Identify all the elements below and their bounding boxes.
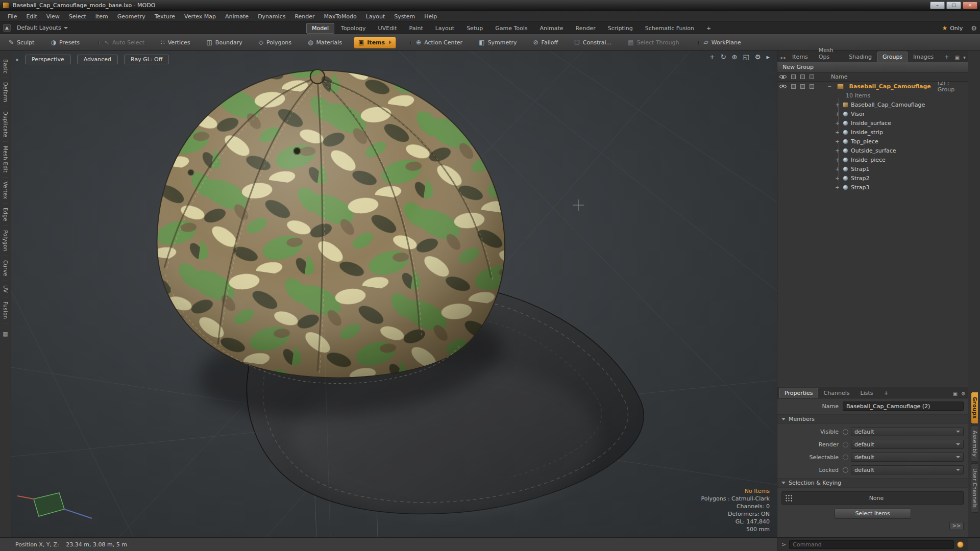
toolbar-button-falloff[interactable]: ⊘ Falloff [529, 37, 563, 48]
selection-set-field[interactable]: None [781, 491, 964, 505]
expander-icon[interactable]: + [835, 102, 840, 108]
panel-tab[interactable]: Shading [844, 52, 877, 62]
members-section-header[interactable]: Members [777, 414, 968, 424]
tree-item[interactable]: + Strap2 [777, 173, 968, 183]
expander-icon[interactable]: + [835, 185, 840, 190]
item-label[interactable]: Outside_surface [851, 147, 896, 154]
expander-icon[interactable]: + [835, 120, 840, 126]
toolbar-button-vertices[interactable]: ∷ Vertices [156, 37, 195, 48]
toolbar-button-items[interactable]: ▣ Items [354, 37, 396, 48]
select-items-button[interactable]: Select Items [835, 509, 911, 519]
expander-icon[interactable]: + [835, 176, 840, 181]
gear-icon[interactable]: ⚙ [971, 24, 977, 32]
left-tab[interactable]: Mesh Edit [3, 142, 8, 177]
channel-toggle-icon[interactable] [843, 455, 848, 460]
layout-tab[interactable]: Schematic Fusion [640, 23, 700, 34]
menu-item[interactable]: MaxToModo [320, 12, 361, 21]
name-input[interactable] [843, 402, 964, 411]
viewport-menu-icon[interactable]: ▸ [16, 57, 19, 62]
panel-tab[interactable]: Channels [819, 388, 855, 398]
toolbar-button-action-center[interactable]: ⊕ Action Center [411, 37, 467, 48]
form-tab[interactable]: Groups [971, 392, 978, 424]
minimize-button[interactable]: – [930, 2, 945, 9]
layout-tab[interactable]: Paint [404, 23, 429, 34]
tab-scroll-left-icon[interactable]: ◂ [779, 55, 783, 62]
viewport-icon-orbit[interactable]: ↻ [721, 54, 726, 60]
panel-gear-icon[interactable]: ⚙ [961, 391, 966, 396]
palette-icon[interactable]: ▦ [3, 331, 8, 337]
tree-item[interactable]: + Top_piece [777, 137, 968, 146]
toolbar-button-symmetry[interactable]: ◧ Symmetry [474, 37, 521, 48]
item-label[interactable]: Visor [851, 111, 865, 117]
toolbar-button-constraints[interactable]: ☐ Constrai... [570, 37, 616, 48]
viewport-button[interactable]: Ray GL: Off [124, 55, 169, 64]
property-dropdown[interactable]: default [851, 427, 964, 436]
only-filter-button[interactable]: ★ Only [939, 23, 966, 33]
expander-icon[interactable]: + [835, 130, 840, 135]
tree-item[interactable]: + Inside_piece [777, 155, 968, 164]
layout-tab[interactable]: Model [306, 23, 334, 34]
menu-item[interactable]: Layout [361, 12, 389, 21]
lock-toggle[interactable] [800, 84, 805, 89]
channel-toggle-icon[interactable] [843, 442, 848, 447]
panel-maximize-icon[interactable]: ▣ [955, 55, 960, 60]
viewport-canvas[interactable] [11, 51, 777, 537]
expander-icon[interactable]: + [835, 148, 840, 154]
selection-keying-section-header[interactable]: Selection & Keying [777, 478, 968, 488]
toolbar-button-boundary[interactable]: ◫ Boundary [202, 37, 247, 48]
item-label[interactable]: Inside_piece [851, 157, 886, 163]
form-tab[interactable]: User Channels [971, 463, 978, 513]
left-tab[interactable]: Deform [3, 78, 8, 107]
toolbar-button-sculpt[interactable]: ✎ Sculpt [4, 37, 39, 48]
tree-item[interactable]: + Outside_surface [777, 146, 968, 155]
panel-tab[interactable]: Images [908, 52, 939, 62]
viewport-icon-pan[interactable]: + [709, 54, 715, 60]
arrow-up-icon[interactable]: ▲ [3, 24, 11, 32]
channel-toggle-icon[interactable] [843, 467, 848, 473]
panel-tab[interactable]: Mesh Ops [814, 45, 843, 62]
left-tab[interactable]: Polygon [3, 226, 8, 256]
tree-item[interactable]: + Strap1 [777, 164, 968, 173]
render-toggle[interactable] [791, 84, 796, 89]
name-column-header[interactable]: Name [831, 73, 847, 80]
left-tab[interactable]: Basic [3, 55, 8, 78]
menu-item[interactable]: Animate [220, 12, 253, 21]
menu-item[interactable]: Vertex Map [180, 12, 220, 21]
tab-scroll-right-icon[interactable]: ▸ [783, 55, 787, 62]
property-dropdown[interactable]: default [851, 453, 964, 462]
group-title[interactable]: Baseball_Cap_Camouflage [849, 83, 931, 90]
toolbar-button-presets[interactable]: ◑ Presets [46, 37, 84, 48]
toolbar-button-workplane[interactable]: ▱ WorkPlane [699, 37, 746, 48]
panel-tab-add[interactable]: + [878, 388, 893, 398]
menu-item[interactable]: Texture [150, 12, 180, 21]
viewport-button[interactable]: Perspective [25, 55, 71, 64]
menu-item[interactable]: Edit [21, 12, 41, 21]
expander-icon[interactable]: − [827, 84, 832, 89]
left-tab[interactable]: Duplicate [3, 107, 8, 142]
property-dropdown[interactable]: default [851, 465, 964, 474]
tree-item[interactable]: + Inside_surface [777, 118, 968, 128]
layout-tab[interactable]: Render [570, 23, 601, 34]
channel-toggle-icon[interactable] [843, 429, 848, 435]
property-dropdown[interactable]: default [851, 440, 964, 449]
viewport-icon-maximize[interactable]: ◱ [743, 54, 749, 60]
panel-tab[interactable]: Lists [855, 388, 878, 398]
toolbar-button-polygons[interactable]: ◇ Polygons [254, 37, 296, 48]
viewport-icon-zoom[interactable]: ⊕ [732, 54, 738, 60]
item-label[interactable]: Strap1 [851, 166, 870, 172]
layout-tab-add[interactable]: + [701, 23, 717, 34]
viewport-button[interactable]: Advanced [77, 55, 118, 64]
item-label[interactable]: Inside_strip [851, 129, 883, 136]
expander-icon[interactable]: + [835, 166, 840, 172]
tree-item[interactable]: + Strap3 [777, 183, 968, 192]
default-layouts-dropdown[interactable]: Default Layouts [14, 23, 71, 32]
panel-maximize-icon[interactable]: ▣ [953, 391, 958, 396]
more-button[interactable]: >> [949, 522, 964, 530]
visibility-eye-icon[interactable] [779, 83, 787, 90]
menu-item[interactable]: System [389, 12, 420, 21]
tree-item[interactable]: + Inside_strip [777, 128, 968, 137]
select-toggle[interactable] [810, 84, 814, 89]
expander-icon[interactable]: + [835, 157, 840, 163]
panel-tab[interactable]: Groups [877, 52, 908, 62]
left-tab[interactable]: UV [3, 281, 8, 297]
